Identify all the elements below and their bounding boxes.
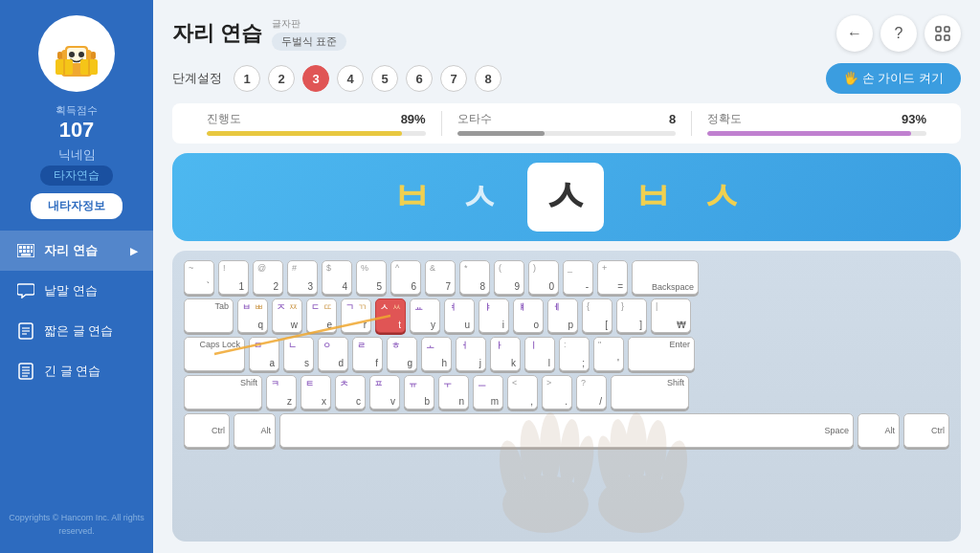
key-y[interactable]: ㅛy xyxy=(410,299,440,333)
key-u[interactable]: ㅕu xyxy=(444,299,475,333)
key-8[interactable]: *8 xyxy=(459,260,490,295)
key-7[interactable]: &7 xyxy=(425,260,456,295)
key-p[interactable]: ㅔp xyxy=(547,299,578,333)
key-4[interactable]: $4 xyxy=(322,260,352,295)
step-1[interactable]: 1 xyxy=(234,65,260,92)
help-button[interactable]: ? xyxy=(880,15,917,52)
key-shift-right[interactable]: Shift xyxy=(611,375,689,409)
key-0[interactable]: )0 xyxy=(528,260,559,295)
key-s[interactable]: ㄴs xyxy=(283,337,314,371)
key-space[interactable]: Space xyxy=(279,413,854,448)
key-slash[interactable]: ?/ xyxy=(576,375,607,409)
main-content: 자리 연습 글자판 두벌식 표준 ← ? 단계설정 1 2 3 4 5 6 7 … xyxy=(153,0,980,553)
key-shift-left[interactable]: Shift xyxy=(184,375,262,409)
key-bracket-l[interactable]: {[ xyxy=(582,299,612,333)
key-w[interactable]: ㅈㅉw xyxy=(272,299,302,333)
sidebar-item-word[interactable]: 낱말 연습 xyxy=(0,271,153,311)
key-d[interactable]: ㅇd xyxy=(318,337,348,371)
char-display: ㅂ ㅅ ㅅ ㅂ ㅅ xyxy=(172,153,961,241)
score-label: 획득점수 xyxy=(56,103,98,118)
key-i[interactable]: ㅑi xyxy=(479,299,509,333)
step-2[interactable]: 2 xyxy=(268,65,295,92)
key-enter[interactable]: Enter xyxy=(628,337,695,371)
key-equals[interactable]: += xyxy=(597,260,628,295)
key-ctrl-right[interactable]: Ctrl xyxy=(903,413,949,448)
svg-rect-13 xyxy=(23,246,26,249)
key-c[interactable]: ㅊc xyxy=(335,375,366,409)
key-a[interactable]: ㅁa xyxy=(249,337,279,371)
doc-long-icon xyxy=(15,361,36,382)
step-4[interactable]: 4 xyxy=(337,65,364,92)
key-won[interactable]: |₩ xyxy=(651,299,691,333)
key-backtick[interactable]: ~` xyxy=(184,260,214,295)
key-v[interactable]: ㅍv xyxy=(369,375,400,409)
key-j[interactable]: ㅓj xyxy=(456,337,486,371)
fullscreen-button[interactable] xyxy=(924,15,961,52)
step-7[interactable]: 7 xyxy=(440,65,467,92)
header-row: 자리 연습 글자판 두벌식 표준 ← ? xyxy=(172,15,961,52)
char-item-4: ㅅ xyxy=(702,170,742,224)
sidebar-item-short[interactable]: 짧은 글 연습 xyxy=(0,311,153,351)
key-l[interactable]: ㅣl xyxy=(524,337,555,371)
key-k[interactable]: ㅏk xyxy=(490,337,521,371)
nickname: 닉네임 xyxy=(58,146,96,164)
step-3[interactable]: 3 xyxy=(302,65,329,92)
key-alt-right[interactable]: Alt xyxy=(858,413,900,448)
svg-rect-18 xyxy=(27,250,30,253)
key-backspace[interactable]: Backspace xyxy=(632,260,699,295)
key-ctrl-left[interactable]: Ctrl xyxy=(184,413,230,448)
sidebar-item-label-jari: 자리 연습 xyxy=(44,242,98,259)
step-label: 단계설정 xyxy=(172,70,222,87)
key-minus[interactable]: _- xyxy=(563,260,593,295)
progress-label-0: 진행도 xyxy=(207,111,241,127)
key-tab[interactable]: Tab xyxy=(184,299,234,333)
key-m[interactable]: ㅡm xyxy=(473,375,503,409)
key-5[interactable]: %5 xyxy=(356,260,387,295)
key-6[interactable]: ^6 xyxy=(390,260,421,295)
svg-rect-12 xyxy=(19,246,22,249)
sidebar-item-jari[interactable]: 자리 연습 ▶ xyxy=(0,231,153,271)
key-h[interactable]: ㅗh xyxy=(421,337,452,371)
progress-label-1: 오타수 xyxy=(457,111,492,127)
progress-value-2: 93% xyxy=(902,112,926,126)
key-t[interactable]: ㅅㅆt xyxy=(375,299,406,333)
key-o[interactable]: ㅒo xyxy=(513,299,544,333)
key-z[interactable]: ㅋz xyxy=(266,375,297,409)
key-f[interactable]: ㄹf xyxy=(352,337,383,371)
key-1[interactable]: !1 xyxy=(218,260,249,295)
keyboard-row-2: Caps Lock ㅁa ㄴs ㅇd ㄹf ㅎg ㅗh ㅓj ㅏk ㅣl :; … xyxy=(184,337,949,371)
svg-point-3 xyxy=(69,52,75,57)
char-item-0: ㅂ xyxy=(391,170,432,224)
step-5[interactable]: 5 xyxy=(371,65,398,92)
progress-label-2: 정확도 xyxy=(707,111,742,127)
key-period[interactable]: >. xyxy=(542,375,572,409)
svg-point-36 xyxy=(496,438,529,502)
score-value: 107 xyxy=(59,118,95,143)
step-6[interactable]: 6 xyxy=(406,65,433,92)
key-alt-left[interactable]: Alt xyxy=(234,413,276,448)
key-3[interactable]: #3 xyxy=(287,260,318,295)
my-info-button[interactable]: 내타자정보 xyxy=(31,193,122,219)
key-e[interactable]: ㄷㄸe xyxy=(306,299,337,333)
mode-badge: 타자연습 xyxy=(40,166,113,186)
back-button[interactable]: ← xyxy=(836,15,873,52)
step-8[interactable]: 8 xyxy=(475,65,501,92)
key-x[interactable]: ㅌx xyxy=(301,375,331,409)
key-bracket-r[interactable]: }] xyxy=(616,299,647,333)
key-g[interactable]: ㅎg xyxy=(387,337,417,371)
key-2[interactable]: @2 xyxy=(253,260,283,295)
key-comma[interactable]: <, xyxy=(507,375,538,409)
key-r[interactable]: ㄱㄲr xyxy=(341,299,371,333)
svg-rect-14 xyxy=(27,246,30,249)
key-q[interactable]: ㅂㅃq xyxy=(237,299,268,333)
sidebar-item-long[interactable]: 긴 글 연습 xyxy=(0,351,153,391)
key-b[interactable]: ㅠb xyxy=(404,375,434,409)
key-n[interactable]: ㅜn xyxy=(438,375,469,409)
key-semicolon[interactable]: :; xyxy=(559,337,590,371)
svg-rect-19 xyxy=(31,250,33,253)
hand-guide-button[interactable]: 🖐 손 가이드 켜기 xyxy=(826,63,961,94)
keyboard-row-3: Shift ㅋz ㅌx ㅊc ㅍv ㅠb ㅜn ㅡm <, >. ?/ Shif… xyxy=(184,375,949,409)
key-9[interactable]: (9 xyxy=(494,260,524,295)
key-quote[interactable]: "' xyxy=(593,337,624,371)
key-caps-lock[interactable]: Caps Lock xyxy=(184,337,245,371)
